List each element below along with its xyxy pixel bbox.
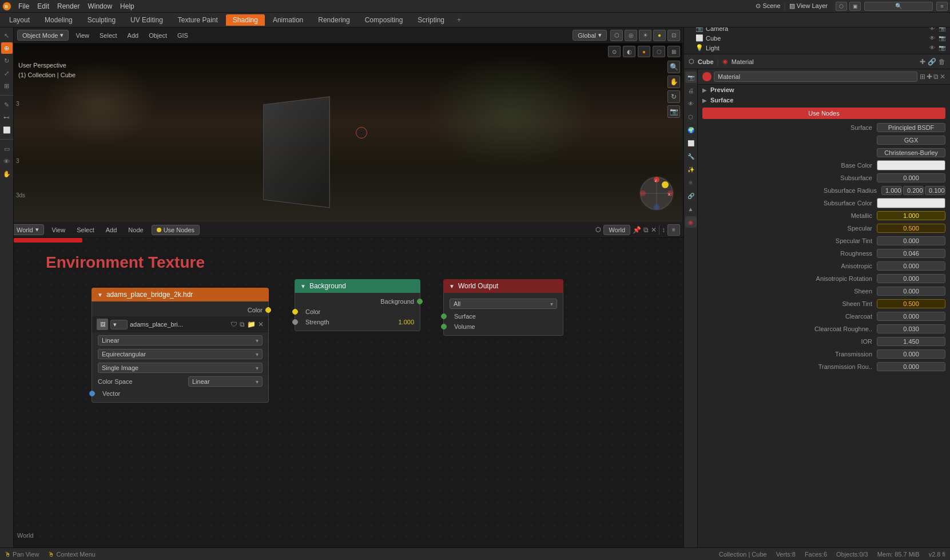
sc-item-cube[interactable]: ⬜ Cube 👁 📷 (693, 33, 948, 43)
sr-val2[interactable]: 0.200 (903, 186, 924, 195)
subsurface-color-swatch[interactable] (877, 198, 945, 208)
ne-world-dropdown[interactable]: World ▾ (11, 224, 44, 235)
menu-window[interactable]: Window (88, 2, 112, 10)
tool-scale[interactable]: ⤢ (1, 67, 13, 79)
transmission-value[interactable]: 0.000 (877, 349, 945, 359)
mat-delete-icon[interactable]: ✕ (940, 73, 945, 81)
tab-shading[interactable]: Shading (226, 14, 265, 26)
tab-scripting[interactable]: Scripting (411, 14, 451, 26)
tool-transform[interactable]: ⊞ (1, 80, 13, 92)
vector-socket-in[interactable] (89, 391, 95, 396)
props-tab-physics[interactable]: ⚛ (685, 177, 697, 188)
sr-val1[interactable]: 1.000 (881, 186, 902, 195)
props-tab-scene[interactable]: ⬡ (685, 111, 697, 122)
vp-menu-add[interactable]: Add (124, 31, 142, 40)
mat-browse-icon[interactable]: ⊞ (920, 73, 925, 81)
scene-selector[interactable]: ⊙ Scene (756, 2, 780, 10)
vp-overlay-btn1[interactable]: ⊙ (608, 46, 621, 57)
tool-view[interactable]: 👁 (1, 156, 13, 167)
vp-overlay-btn2[interactable]: ◐ (623, 46, 635, 57)
ne-copy-icon[interactable]: ⧉ (643, 226, 649, 234)
viewport-icon3[interactable]: ☀ (639, 30, 651, 41)
pan-icon[interactable]: ✋ (667, 76, 680, 88)
ne-pin-icon[interactable]: 📌 (633, 226, 641, 234)
ior-value[interactable]: 1.450 (877, 337, 945, 346)
surface-section-header[interactable]: ▶ Surface (698, 95, 950, 105)
props-tab-output[interactable]: 🖨 (685, 85, 697, 96)
vp-menu-select[interactable]: Select (96, 31, 121, 40)
overlay-dropdown[interactable]: Global ▾ (573, 30, 607, 41)
color-space-dropdown[interactable]: Linear ▾ (188, 376, 263, 387)
view-layer-selector[interactable]: ▨ View Layer (789, 2, 828, 10)
vp-overlay-btn4[interactable]: ⬡ (653, 46, 665, 57)
props-tab-view[interactable]: 👁 (685, 98, 697, 109)
tool-add-cube[interactable]: ⬜ (1, 124, 13, 136)
tool-measure[interactable]: ⊷ (1, 112, 13, 123)
props-tab-data[interactable]: ▲ (685, 203, 697, 215)
props-tab-particles[interactable]: ✨ (685, 164, 697, 175)
props-tab-material[interactable]: ◉ (685, 216, 697, 228)
status-pan-view[interactable]: 🖱 Pan View (5, 551, 39, 558)
roughness-value[interactable]: 0.046 (877, 249, 945, 258)
img-folder-icon[interactable]: 📁 (247, 320, 256, 328)
use-nodes-button[interactable]: Use Nodes (702, 108, 945, 119)
display-icon[interactable]: ▣ (849, 2, 861, 11)
tab-modeling[interactable]: Modeling (38, 14, 80, 26)
img-type-dropdown[interactable]: ▾ (110, 320, 128, 329)
viewport-icon1[interactable]: ⬡ (610, 30, 623, 41)
anisotropic-rotation-value[interactable]: 0.000 (877, 274, 945, 283)
mat-name-field[interactable]: Material (714, 72, 917, 82)
status-context-menu[interactable]: 🖱 Context Menu (48, 551, 96, 558)
ne-unlink-icon[interactable]: ✕ (651, 226, 657, 234)
tool-cursor[interactable]: ↖ (1, 30, 13, 41)
tool-rotate[interactable]: ↻ (1, 55, 13, 66)
vp-menu-gis[interactable]: GIS (174, 31, 192, 40)
tool-select-box[interactable]: ▭ (1, 143, 13, 154)
mat-copy-icon[interactable]: ⧉ (933, 73, 939, 81)
sc-item-light[interactable]: 💡 Light 👁 📷 (693, 43, 948, 53)
equirect-dropdown[interactable]: Equirectangular ▾ (98, 349, 263, 359)
tab-texturepaint[interactable]: Texture Paint (171, 14, 225, 26)
orbit-icon[interactable]: ↻ (667, 90, 680, 103)
props-tab-constraints[interactable]: 🔗 (685, 190, 697, 201)
menu-edit[interactable]: Edit (37, 2, 49, 10)
menu-render[interactable]: Render (57, 2, 80, 10)
cb-value[interactable]: Christensen-Burley (877, 148, 945, 157)
tab-layout[interactable]: Layout (2, 14, 37, 26)
tool-annotate[interactable]: ✎ (1, 99, 13, 110)
preview-section-header[interactable]: ▶ Preview (698, 85, 950, 95)
wo-arrow[interactable]: ▼ (449, 283, 455, 289)
ne-menu-add[interactable]: Add (102, 225, 121, 235)
menu-help[interactable]: Help (120, 2, 134, 10)
subsurface-value[interactable]: 0.000 (877, 173, 945, 182)
mode-dropdown[interactable]: Object Mode ▾ (17, 30, 69, 41)
props-tab-world[interactable]: 🌍 (685, 124, 697, 136)
viewport-icon5[interactable]: ⊡ (667, 30, 680, 41)
img-copy-icon[interactable]: ⧉ (240, 320, 245, 328)
bg-arrow[interactable]: ▼ (300, 283, 306, 289)
linear-dropdown[interactable]: Linear ▾ (98, 335, 263, 345)
vp-overlay-btn3[interactable]: ● (638, 46, 650, 57)
render-icon[interactable]: ⬡ (836, 2, 847, 11)
ne-nav-icon[interactable]: ≡ (667, 224, 680, 236)
bg-strength-socket[interactable] (292, 319, 298, 325)
prop-link-icon[interactable]: 🔗 (928, 58, 936, 66)
ne-menu-node[interactable]: Node (125, 225, 146, 235)
wo-volume-socket[interactable] (441, 324, 447, 329)
single-image-dropdown[interactable]: Single Image ▾ (98, 363, 263, 373)
specular-value[interactable]: 0.500 (877, 224, 945, 233)
img-shield-icon[interactable]: 🛡 (230, 320, 237, 328)
prop-delete-icon[interactable]: 🗑 (939, 58, 945, 66)
base-color-swatch[interactable] (877, 160, 945, 170)
viewport-icon2[interactable]: ◎ (625, 30, 637, 41)
zoom-icon[interactable]: 🔍 (667, 61, 680, 73)
use-nodes-toggle[interactable]: Use Nodes (152, 225, 200, 235)
ggx-value[interactable]: GGX (877, 136, 945, 145)
vp-menu-object[interactable]: Object (145, 31, 170, 40)
light-eye-icon[interactable]: 👁 (929, 45, 935, 51)
tool-move[interactable]: ⊕ (1, 42, 13, 54)
bg-color-socket[interactable] (292, 309, 298, 315)
anisotropic-value[interactable]: 0.000 (877, 261, 945, 271)
env-texture-arrow[interactable]: ▼ (97, 292, 103, 298)
tab-rendering[interactable]: Rendering (311, 14, 356, 26)
